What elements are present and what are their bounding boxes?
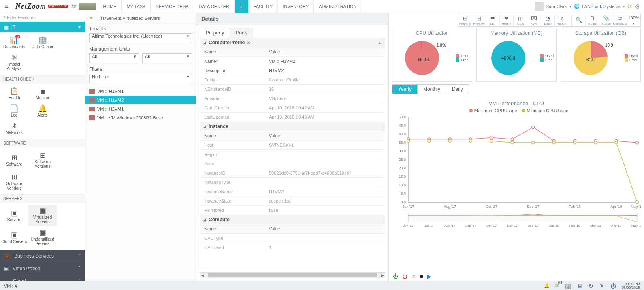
accordion-virtualization[interactable]: ▣Virtualization˄ [0, 262, 85, 275]
toolbar-apps[interactable]: ◫Apps [513, 14, 527, 26]
toolbar-preview[interactable]: ⌸Preview [472, 14, 486, 26]
toolbar-kvm[interactable]: ⌧KVM [527, 14, 541, 26]
topnav-administration[interactable]: ADMINISTRATION [314, 0, 362, 13]
sidebar-item-health[interactable]: 📋Health [0, 85, 28, 102]
topnav-my-task[interactable]: MY TASK [122, 0, 151, 13]
sidebar-item-networks[interactable]: ✳Networks [0, 120, 28, 137]
vm-item[interactable]: VM :: H1VM1 [85, 87, 196, 96]
scroll-left-icon[interactable]: ◀ [200, 273, 205, 278]
tab-ports[interactable]: Ports [230, 28, 253, 38]
message-icon[interactable]: ✉3 [555, 283, 559, 288]
toolbar-property[interactable]: ⊞Property [458, 14, 472, 26]
accordion-business-services[interactable]: 💼Business Services˄ [0, 250, 85, 262]
toolbar-report[interactable]: 🗎Report [554, 14, 568, 26]
timetab-yearly[interactable]: Yearly [392, 85, 417, 94]
sidebar-item-software-versions[interactable]: ⊞Software Versions [28, 149, 57, 171]
vm-item[interactable]: VM :: H1VM2 [85, 96, 196, 104]
sidebar-item-data-center[interactable]: 🏢Data Center [28, 34, 57, 51]
property-row[interactable]: NZInstanceID16 [200, 85, 385, 94]
power-icon[interactable]: ⏻ [610, 283, 616, 289]
filter-features[interactable]: ▾ Filter Features [0, 13, 85, 22]
hamburger-icon[interactable]: ≡ [0, 3, 13, 10]
topnav-service-desk[interactable]: SERVICE DESK [151, 0, 194, 13]
toolbar-list[interactable]: ≣List [486, 14, 499, 26]
sidebar-section-it[interactable]: ▣ IT ▾ [0, 22, 85, 32]
property-row[interactable]: InstanceType [200, 178, 385, 187]
toolbar-contracts[interactable]: 🗂Contracts [613, 14, 627, 26]
timetab-monthly[interactable]: Monthly [417, 85, 446, 94]
gear-icon[interactable]: ⚙ [635, 3, 640, 10]
timetab-daily[interactable]: Daily [446, 85, 469, 94]
property-row[interactable]: Date CreatedApr 10, 2018 10:42 AM [200, 103, 385, 113]
user-name[interactable]: Sara Clark [546, 4, 567, 9]
chevron-down-icon[interactable]: ▾ [623, 4, 625, 9]
building-icon[interactable]: 🏢 [565, 283, 571, 289]
group-header-instance[interactable]: ◢Instance [200, 122, 385, 131]
property-row[interactable]: Region [200, 150, 385, 159]
user-avatar-icon[interactable] [535, 2, 544, 11]
power-on-icon[interactable]: ⏻ [393, 273, 398, 279]
property-row[interactable]: InstanceStatesuspended [200, 196, 385, 206]
property-row[interactable]: ProviderVSphere [200, 94, 385, 103]
zoom-control[interactable]: 100%▾ [627, 14, 640, 26]
sidebar-item-log[interactable]: 📄Log [0, 102, 28, 120]
bell-icon[interactable]: 🔔 [544, 283, 550, 288]
vm-item[interactable]: VM :: H2VM1 [85, 104, 196, 113]
delete-icon[interactable]: ✕ [412, 273, 416, 279]
reload-icon[interactable]: ↻ [589, 283, 593, 289]
screens-icon[interactable]: 🖥 [577, 283, 583, 289]
tab-property[interactable]: Property [200, 28, 230, 38]
topnav-home[interactable]: HOME [98, 0, 122, 13]
chevron-down-icon[interactable]: ▾ [569, 4, 571, 9]
sidebar-item-underutilized-servers[interactable]: ▣Underutilized Servers [28, 226, 57, 248]
stop-icon[interactable]: ■ [420, 273, 423, 279]
mu-select-2[interactable]: All▾ [142, 53, 192, 63]
sidebar-item-cloud-servers[interactable]: ▣Cloud Servers [0, 226, 28, 248]
topnav-inventory[interactable]: INVENTORY [278, 0, 314, 13]
globe-icon[interactable]: 🌐 [574, 4, 580, 9]
mouse-icon[interactable]: 🖱 [599, 283, 605, 289]
toolbar-search[interactable]: 🔍 [571, 14, 585, 26]
property-row[interactable]: LastUpdatedApr 10, 2018 10:43 AM [200, 113, 385, 122]
group-header-computeprofile[interactable]: ◢ComputeProfile✕▲ [200, 38, 385, 47]
property-row[interactable]: EntityComputeProfile [200, 75, 385, 85]
sidebar-item-alerts[interactable]: 🔔Alerts [28, 102, 57, 120]
close-icon[interactable]: ✕ [247, 41, 250, 45]
toolbar-notes[interactable]: 🗒Notes [585, 14, 599, 26]
property-row[interactable]: HostSVR-ESXI-1 [200, 141, 385, 150]
property-row[interactable]: CPUUsed1 [200, 243, 385, 252]
h-scrollbar[interactable]: ◀ ▶ [200, 272, 385, 278]
property-row[interactable]: Zone [200, 159, 385, 168]
scroll-up-icon[interactable]: ▲ [378, 41, 382, 45]
property-row[interactable]: DescriptionH1VM2 [200, 66, 385, 75]
sidebar-item-virtualized-servers[interactable]: ▣Virtualized Servers [28, 205, 57, 226]
property-row[interactable]: NameVM :: H1VM2 [200, 57, 385, 66]
refresh-icon[interactable]: ⟳ [627, 3, 632, 10]
property-row[interactable]: Monitoredfalse [200, 206, 385, 215]
play-icon[interactable]: ▶ [427, 273, 431, 279]
group-header-compute[interactable]: ◢Compute [200, 215, 385, 224]
topnav-facility[interactable]: FACILITY [249, 0, 278, 13]
vm-item[interactable]: VM :: VM Windows 2008R2 Base [85, 113, 196, 122]
sidebar-item-servers[interactable]: ▣Servers [0, 205, 28, 226]
mu-select-1[interactable]: All▾ [89, 53, 139, 63]
org-name[interactable]: LANShark Systems [582, 4, 621, 9]
sidebar-item-software[interactable]: ⊞Software [0, 149, 28, 171]
filter-select[interactable]: No Filter▾ [89, 74, 192, 83]
star-icon[interactable]: ★ [89, 15, 93, 21]
scroll-right-icon[interactable]: ▶ [380, 273, 385, 278]
tenant-select[interactable]: Altima Technologies Inc. (Licensee)▾ [89, 33, 192, 43]
sidebar-item-software-vendors[interactable]: ⊞Software Vendors [0, 171, 28, 193]
sidebar-item-dashboards[interactable]: 📊Dashboards5 [0, 34, 28, 51]
power-off-icon[interactable]: ⏻ [402, 273, 407, 279]
toolbar-health[interactable]: ❤Health [499, 14, 513, 26]
property-grid[interactable]: ◢ComputeProfile✕▲NameValueNameVM :: H1VM… [200, 38, 385, 269]
topnav-data-center[interactable]: DATA CENTER [194, 0, 235, 13]
accordion-cloud[interactable]: ☁Cloud˄ [0, 275, 85, 281]
toolbar-dash[interactable]: ◔Dash [541, 14, 554, 26]
property-row[interactable]: CPUType [200, 234, 385, 243]
sidebar-item-impact-analysis[interactable]: ⚛Impact Analysis [0, 51, 28, 73]
sidebar-item-monitor[interactable]: 🖥Monitor [28, 85, 57, 102]
toolbar-attach[interactable]: 📎Attach [599, 14, 613, 26]
property-row[interactable]: InstanceID50021dd0-3751-af7f-ead7-e4690b… [200, 168, 385, 178]
